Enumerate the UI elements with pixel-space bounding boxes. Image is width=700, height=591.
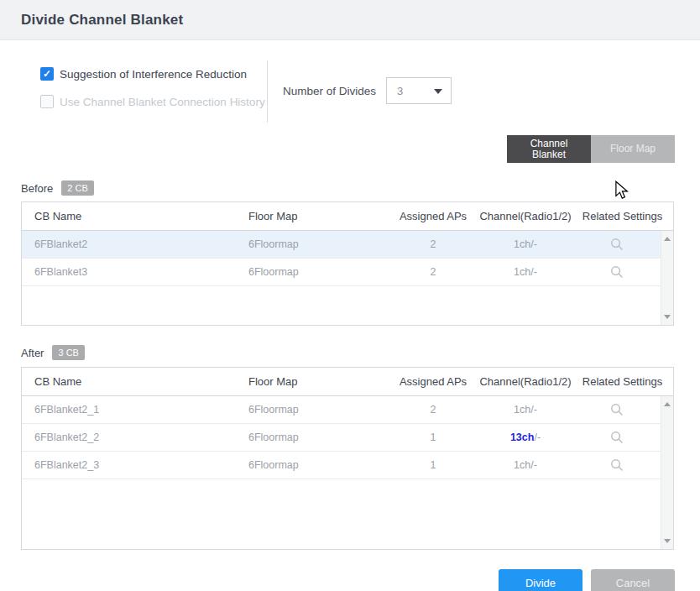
view-toggle: Channel Blanket Floor Map	[0, 135, 675, 163]
scroll-down-arrow-icon[interactable]	[664, 539, 671, 543]
related-settings-cell	[572, 458, 662, 472]
dialog-title: Divide Channel Blanket	[21, 12, 183, 29]
after-section-label: After 3 CB	[21, 344, 700, 361]
column-header-cb-name: CB Name	[22, 210, 248, 222]
column-header-channel: Channel(Radio1/2)	[479, 375, 572, 388]
table-row[interactable]: 6FBlanket2_1 6Floormap 2 1ch/-	[22, 396, 662, 424]
cb-name-cell: 6FBlanket2_1	[22, 404, 248, 416]
before-section-label: Before 2 CB	[21, 180, 700, 196]
number-of-divides-select[interactable]: 3	[386, 77, 452, 104]
table-row[interactable]: 6FBlanket2 6Floormap 2 1ch/-	[22, 231, 662, 259]
magnifier-icon[interactable]	[610, 403, 624, 416]
suggestion-checkbox-row[interactable]: ✓ Suggestion of Interference Reduction	[40, 67, 267, 81]
dialog-actions: Divide Cancel	[0, 569, 675, 591]
options-row: ✓ Suggestion of Interference Reduction U…	[40, 60, 675, 123]
channel-value: /-	[534, 431, 541, 443]
floor-map-cell: 6Floormap	[248, 404, 387, 416]
cb-name-cell: 6FBlanket3	[22, 266, 248, 278]
before-label: Before	[21, 182, 53, 195]
related-settings-cell	[572, 238, 662, 251]
divide-button[interactable]: Divide	[499, 569, 582, 591]
after-scrollbar[interactable]	[661, 396, 673, 549]
before-table: CB Name Floor Map Assigned APs Channel(R…	[21, 201, 674, 326]
column-header-assigned-aps: Assigned APs	[387, 375, 479, 388]
scroll-down-arrow-icon[interactable]	[664, 315, 671, 319]
channel-cell: 13ch/-	[479, 431, 572, 443]
number-of-divides-value: 3	[397, 85, 403, 97]
assigned-aps-cell: 2	[387, 404, 479, 416]
tab-channel-blanket[interactable]: Channel Blanket	[507, 135, 591, 163]
before-table-body: 6FBlanket2 6Floormap 2 1ch/- 6FBlanket3 …	[22, 231, 662, 286]
related-settings-cell	[572, 403, 662, 416]
column-header-related-settings: Related Settings	[572, 375, 673, 388]
column-header-assigned-aps: Assigned APs	[387, 210, 479, 222]
channel-value: 1ch/-	[514, 238, 537, 250]
chevron-down-icon	[434, 89, 442, 94]
cb-name-cell: 6FBlanket2_3	[22, 459, 248, 471]
channel-cell: 1ch/-	[479, 459, 572, 471]
floor-map-cell: 6Floormap	[248, 431, 387, 443]
assigned-aps-cell: 1	[387, 431, 479, 443]
magnifier-icon[interactable]	[610, 238, 624, 251]
tab-floor-map[interactable]: Floor Map	[591, 135, 675, 163]
channel-cell: 1ch/-	[479, 404, 572, 416]
column-header-cb-name: CB Name	[22, 375, 248, 388]
channel-value: 1ch/-	[514, 459, 537, 471]
suggestion-checkbox-label: Suggestion of Interference Reduction	[60, 68, 247, 81]
checkbox-group: ✓ Suggestion of Interference Reduction U…	[40, 60, 267, 123]
related-settings-cell	[572, 265, 662, 279]
after-count-badge: 3 CB	[52, 345, 84, 360]
cancel-button[interactable]: Cancel	[591, 569, 675, 591]
number-of-divides-label: Number of Divides	[283, 85, 376, 97]
history-checkbox-row: Use Channel Blanket Connection History	[40, 95, 267, 108]
table-row[interactable]: 6FBlanket2_3 6Floormap 1 1ch/-	[22, 452, 662, 479]
magnifier-icon[interactable]	[610, 458, 624, 472]
cb-name-cell: 6FBlanket2_2	[22, 431, 248, 443]
table-row[interactable]: 6FBlanket2_2 6Floormap 1 13ch/-	[22, 424, 662, 452]
number-of-divides-group: Number of Divides 3	[283, 60, 452, 104]
floor-map-cell: 6Floormap	[248, 459, 387, 471]
checkbox-checked-icon[interactable]: ✓	[40, 67, 54, 81]
after-table-header: CB Name Floor Map Assigned APs Channel(R…	[22, 368, 673, 396]
related-settings-cell	[572, 431, 662, 444]
scroll-up-arrow-icon[interactable]	[664, 402, 671, 406]
checkbox-unchecked-icon	[40, 95, 54, 108]
floor-map-cell: 6Floormap	[248, 238, 387, 250]
magnifier-icon[interactable]	[610, 431, 624, 444]
column-header-channel: Channel(Radio1/2)	[479, 210, 572, 222]
table-row[interactable]: 6FBlanket3 6Floormap 2 1ch/-	[22, 259, 662, 286]
channel-value: 1ch/-	[514, 266, 537, 278]
before-count-badge: 2 CB	[61, 180, 93, 196]
column-header-floor-map: Floor Map	[248, 375, 387, 388]
column-header-related-settings: Related Settings	[572, 210, 673, 222]
before-table-header: CB Name Floor Map Assigned APs Channel(R…	[22, 202, 673, 231]
channel-value: 1ch/-	[514, 404, 537, 416]
channel-cell: 1ch/-	[479, 266, 572, 278]
before-scrollbar[interactable]	[661, 231, 673, 325]
column-header-floor-map: Floor Map	[248, 210, 387, 222]
assigned-aps-cell: 2	[387, 238, 479, 250]
scroll-up-arrow-icon[interactable]	[664, 237, 671, 241]
cb-name-cell: 6FBlanket2	[22, 238, 248, 250]
channel-cell: 1ch/-	[479, 238, 572, 250]
magnifier-icon[interactable]	[610, 265, 624, 279]
assigned-aps-cell: 1	[387, 459, 479, 471]
assigned-aps-cell: 2	[387, 266, 479, 278]
divide-channel-blanket-dialog: Divide Channel Blanket ✓ Suggestion of I…	[0, 0, 700, 591]
after-table-body: 6FBlanket2_1 6Floormap 2 1ch/- 6FBlanket…	[22, 396, 662, 479]
history-checkbox-label: Use Channel Blanket Connection History	[60, 96, 265, 108]
dialog-header: Divide Channel Blanket	[0, 0, 700, 40]
floor-map-cell: 6Floormap	[248, 266, 387, 278]
after-table: CB Name Floor Map Assigned APs Channel(R…	[21, 367, 674, 550]
after-label: After	[21, 347, 44, 359]
vertical-divider	[267, 60, 268, 123]
channel-highlight-value: 13ch	[510, 431, 535, 443]
